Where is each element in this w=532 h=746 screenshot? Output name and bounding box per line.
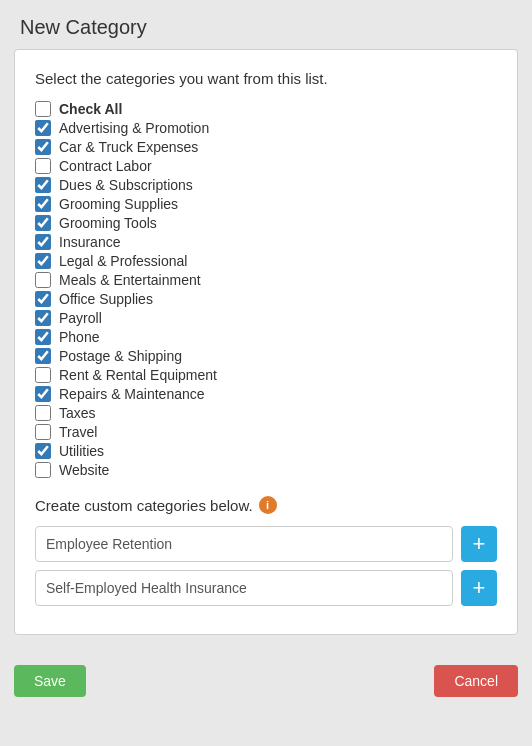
category-checkbox[interactable] — [35, 348, 51, 364]
card-intro: Select the categories you want from this… — [35, 70, 497, 87]
checkbox-label[interactable]: Website — [59, 462, 109, 478]
list-item: Postage & Shipping — [35, 348, 497, 364]
checkbox-label[interactable]: Dues & Subscriptions — [59, 177, 193, 193]
checkbox-label[interactable]: Taxes — [59, 405, 96, 421]
category-checkbox[interactable] — [35, 234, 51, 250]
custom-input-row: + — [35, 570, 497, 606]
list-item: Legal & Professional — [35, 253, 497, 269]
list-item: Travel — [35, 424, 497, 440]
category-checkbox[interactable] — [35, 386, 51, 402]
checkbox-list: Check AllAdvertising & PromotionCar & Tr… — [35, 101, 497, 478]
checkbox-label[interactable]: Postage & Shipping — [59, 348, 182, 364]
checkbox-label[interactable]: Check All — [59, 101, 122, 117]
list-item: Meals & Entertainment — [35, 272, 497, 288]
checkbox-label[interactable]: Payroll — [59, 310, 102, 326]
list-item: Dues & Subscriptions — [35, 177, 497, 193]
custom-category-input[interactable] — [35, 570, 453, 606]
checkbox-label[interactable]: Grooming Supplies — [59, 196, 178, 212]
list-item: Rent & Rental Equipment — [35, 367, 497, 383]
checkbox-label[interactable]: Legal & Professional — [59, 253, 187, 269]
category-checkbox[interactable] — [35, 215, 51, 231]
category-checkbox[interactable] — [35, 443, 51, 459]
checkbox-label[interactable]: Phone — [59, 329, 99, 345]
category-checkbox[interactable] — [35, 310, 51, 326]
custom-section-label-text: Create custom categories below. — [35, 497, 253, 514]
category-checkbox[interactable] — [35, 462, 51, 478]
custom-section: Create custom categories below. i — [35, 496, 497, 514]
add-custom-category-button[interactable]: + — [461, 526, 497, 562]
checkbox-label[interactable]: Travel — [59, 424, 97, 440]
check-all-checkbox[interactable] — [35, 101, 51, 117]
info-icon[interactable]: i — [259, 496, 277, 514]
category-checkbox[interactable] — [35, 139, 51, 155]
checkbox-label[interactable]: Grooming Tools — [59, 215, 157, 231]
checkbox-label[interactable]: Insurance — [59, 234, 120, 250]
category-checkbox[interactable] — [35, 253, 51, 269]
list-item: Check All — [35, 101, 497, 117]
page-title: New Category — [0, 0, 532, 49]
list-item: Website — [35, 462, 497, 478]
list-item: Repairs & Maintenance — [35, 386, 497, 402]
main-card: Select the categories you want from this… — [14, 49, 518, 635]
list-item: Phone — [35, 329, 497, 345]
checkbox-label[interactable]: Utilities — [59, 443, 104, 459]
checkbox-label[interactable]: Office Supplies — [59, 291, 153, 307]
footer-bar: Save Cancel — [0, 645, 532, 707]
list-item: Advertising & Promotion — [35, 120, 497, 136]
category-checkbox[interactable] — [35, 291, 51, 307]
checkbox-label[interactable]: Advertising & Promotion — [59, 120, 209, 136]
list-item: Grooming Tools — [35, 215, 497, 231]
checkbox-label[interactable]: Repairs & Maintenance — [59, 386, 205, 402]
cancel-button[interactable]: Cancel — [434, 665, 518, 697]
save-button[interactable]: Save — [14, 665, 86, 697]
category-checkbox[interactable] — [35, 272, 51, 288]
category-checkbox[interactable] — [35, 424, 51, 440]
add-custom-category-button[interactable]: + — [461, 570, 497, 606]
category-checkbox[interactable] — [35, 367, 51, 383]
list-item: Contract Labor — [35, 158, 497, 174]
checkbox-label[interactable]: Contract Labor — [59, 158, 152, 174]
custom-input-row: + — [35, 526, 497, 562]
list-item: Utilities — [35, 443, 497, 459]
category-checkbox[interactable] — [35, 405, 51, 421]
list-item: Car & Truck Expenses — [35, 139, 497, 155]
list-item: Grooming Supplies — [35, 196, 497, 212]
category-checkbox[interactable] — [35, 329, 51, 345]
category-checkbox[interactable] — [35, 177, 51, 193]
list-item: Insurance — [35, 234, 497, 250]
list-item: Office Supplies — [35, 291, 497, 307]
custom-inputs-container: ++ — [35, 526, 497, 606]
checkbox-label[interactable]: Meals & Entertainment — [59, 272, 201, 288]
category-checkbox[interactable] — [35, 196, 51, 212]
list-item: Taxes — [35, 405, 497, 421]
checkbox-label[interactable]: Rent & Rental Equipment — [59, 367, 217, 383]
category-checkbox[interactable] — [35, 120, 51, 136]
list-item: Payroll — [35, 310, 497, 326]
custom-category-input[interactable] — [35, 526, 453, 562]
category-checkbox[interactable] — [35, 158, 51, 174]
checkbox-label[interactable]: Car & Truck Expenses — [59, 139, 198, 155]
